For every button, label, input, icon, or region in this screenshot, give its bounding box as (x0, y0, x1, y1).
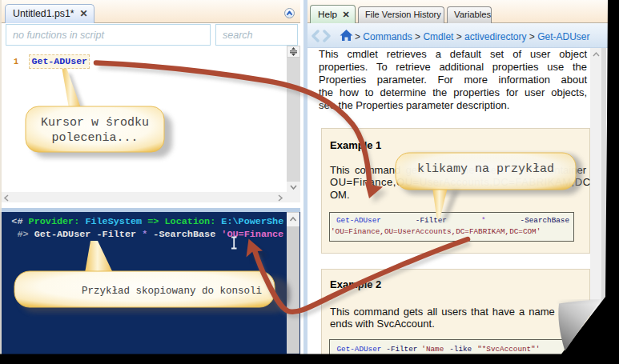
svg-text:Kursor w środku: Kursor w środku (41, 116, 149, 130)
svg-text:Przykład skopiowany do konsoli: Przykład skopiowany do konsoli (82, 286, 262, 297)
svg-text:polecenia...: polecenia... (51, 131, 138, 145)
svg-text:klikamy na przykład: klikamy na przykład (417, 162, 554, 176)
